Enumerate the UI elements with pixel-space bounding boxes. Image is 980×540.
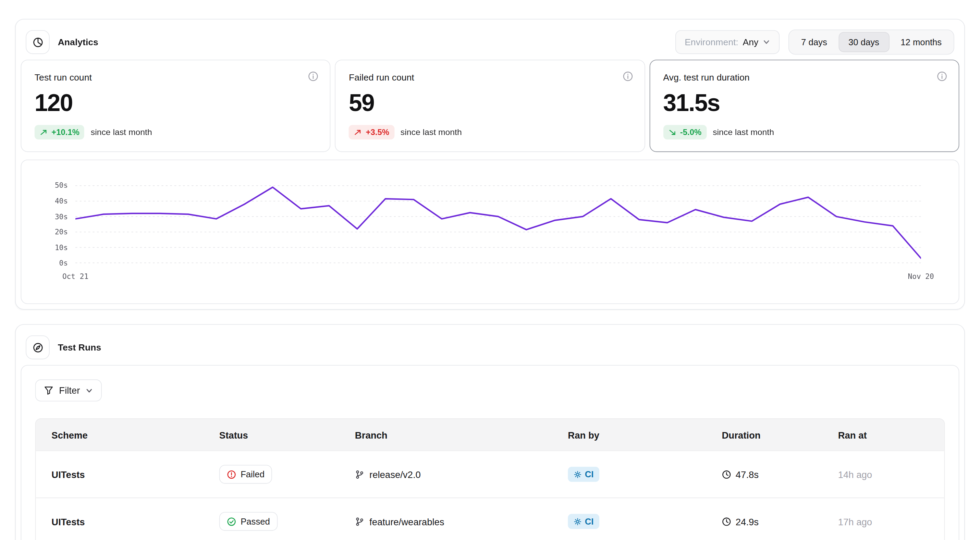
funnel-icon	[44, 386, 53, 395]
scheme-cell: UITests	[36, 469, 219, 480]
analytics-icon-button[interactable]	[26, 30, 50, 54]
ran-by-label: CI	[585, 516, 594, 526]
y-axis-tick: 50s	[55, 181, 68, 190]
status-label: Passed	[240, 516, 270, 526]
x-axis-end-label: Nov 20	[908, 272, 934, 281]
table-row[interactable]: UITests Failed	[36, 450, 944, 497]
column-header-scheme: Scheme	[36, 429, 219, 440]
environment-select[interactable]: Environment: Any	[675, 30, 780, 54]
filter-button[interactable]: Filter	[35, 379, 102, 401]
column-header-status: Status	[219, 429, 355, 440]
delta-value: -5.0%	[680, 127, 702, 137]
test-runs-header: Test Runs	[21, 330, 959, 365]
ran-at-value: 17h ago	[838, 516, 944, 527]
gear-icon	[574, 470, 582, 478]
environment-label: Environment:	[685, 37, 738, 47]
ran-at-value: 14h ago	[838, 469, 944, 480]
environment-value: Any	[743, 37, 759, 47]
info-circle-icon[interactable]	[308, 71, 319, 81]
stat-caption: since last month	[713, 127, 774, 137]
trending-up-icon	[354, 128, 362, 137]
test-runs-panel: Test Runs Filter	[15, 324, 965, 540]
stat-card-test-run-count: Test run count 120	[21, 60, 330, 152]
test-runs-title: Test Runs	[58, 342, 102, 352]
alert-circle-icon	[227, 469, 236, 479]
filter-label: Filter	[59, 385, 80, 396]
status-badge-passed: Passed	[219, 512, 278, 531]
stat-title: Test run count	[35, 72, 317, 82]
duration-value: 47.8s	[736, 469, 759, 480]
x-axis-labels: Oct 21 Nov 20	[75, 272, 921, 283]
trending-down-icon	[668, 128, 676, 137]
trending-up-icon	[40, 128, 48, 137]
page-root: Analytics Environment: Any 7 days	[0, 0, 980, 540]
y-axis-tick: 30s	[55, 212, 68, 221]
range-12-months[interactable]: 12 months	[891, 32, 952, 52]
column-header-branch: Branch	[355, 429, 568, 440]
clock-icon	[722, 517, 731, 526]
table-header-row: Scheme Status Branch Ran by Duration Ran…	[36, 419, 944, 451]
stat-value: 59	[349, 90, 631, 117]
stat-card-failed-run-count: Failed run count 59	[335, 60, 645, 152]
column-header-ran-by: Ran by	[568, 429, 722, 440]
stat-title: Avg. test run duration	[663, 72, 945, 82]
column-header-duration: Duration	[722, 429, 838, 440]
analytics-panel: Analytics Environment: Any 7 days	[15, 19, 965, 310]
git-branch-icon	[355, 517, 364, 526]
chevron-down-icon	[763, 38, 770, 46]
y-axis-tick: 40s	[55, 196, 68, 205]
analytics-title: Analytics	[58, 37, 99, 47]
test-runs-table: Scheme Status Branch Ran by Duration Ran…	[35, 418, 945, 540]
stat-card-avg-duration: Avg. test run duration 31.5s	[649, 60, 959, 152]
clock-icon	[722, 469, 731, 479]
y-axis-tick: 10s	[55, 243, 68, 252]
branch-name: feature/wearables	[369, 516, 444, 527]
ran-by-label: CI	[585, 469, 594, 479]
branch-name: release/v2.0	[369, 469, 421, 480]
pie-chart-icon	[32, 37, 43, 47]
stat-value: 31.5s	[663, 90, 945, 117]
table-row[interactable]: UITests Passed	[36, 497, 944, 540]
stat-value: 120	[35, 90, 317, 117]
y-axis-labels: 50s 40s 30s 20s 10s 0s	[48, 185, 68, 263]
status-badge-failed: Failed	[219, 465, 272, 484]
stats-row: Test run count 120	[21, 60, 959, 152]
gauge-icon	[32, 342, 43, 353]
stat-caption: since last month	[91, 127, 152, 137]
gear-icon	[574, 518, 582, 526]
delta-badge: +10.1%	[35, 125, 84, 140]
stat-title: Failed run count	[349, 72, 631, 82]
scheme-cell: UITests	[36, 516, 219, 527]
duration-line-chart	[75, 185, 921, 263]
duration-value: 24.9s	[736, 516, 759, 527]
y-axis-tick: 20s	[55, 227, 68, 237]
x-axis-start-label: Oct 21	[62, 272, 88, 281]
stat-caption: since last month	[401, 127, 462, 137]
ran-by-badge: CI	[568, 467, 599, 482]
chevron-down-icon	[86, 386, 93, 394]
git-branch-icon	[355, 469, 364, 479]
test-runs-icon-button[interactable]	[26, 335, 50, 359]
y-axis-tick: 0s	[59, 259, 68, 268]
delta-badge: -5.0%	[663, 125, 706, 140]
delta-value: +10.1%	[51, 127, 79, 137]
ran-by-badge: CI	[568, 514, 599, 529]
info-circle-icon[interactable]	[622, 71, 633, 81]
test-runs-body: Filter Scheme Status Branch Ran by Durat…	[21, 365, 959, 540]
column-header-ran-at: Ran at	[838, 429, 944, 440]
status-label: Failed	[240, 469, 264, 479]
info-circle-icon[interactable]	[937, 71, 947, 81]
analytics-header: Analytics Environment: Any 7 days	[21, 24, 959, 60]
duration-chart-card: 50s 40s 30s 20s 10s 0s Oct 21 Nov 20	[21, 160, 959, 304]
range-30-days[interactable]: 30 days	[838, 32, 889, 52]
delta-value: +3.5%	[366, 127, 389, 137]
delta-badge: +3.5%	[349, 125, 394, 140]
check-circle-icon	[227, 517, 236, 526]
range-segmented-control: 7 days 30 days 12 months	[789, 29, 954, 54]
range-7-days[interactable]: 7 days	[791, 32, 837, 52]
